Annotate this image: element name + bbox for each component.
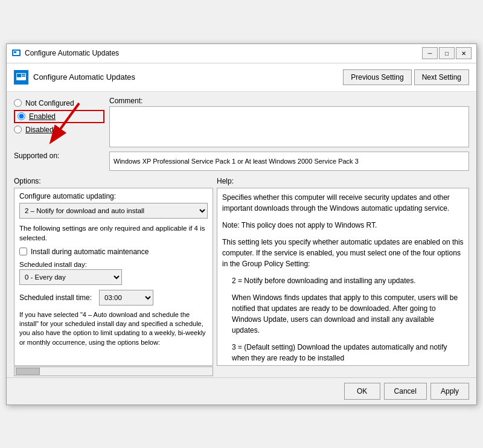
options-pane: Configure automatic updating: 2 – Notify… [14, 188, 213, 376]
options-pane-label: Options: [14, 177, 213, 185]
window-icon [11, 48, 21, 58]
help-pane-label: Help: [217, 177, 469, 185]
apply-button[interactable]: Apply [430, 383, 469, 400]
help-label: Help: [217, 177, 234, 185]
scheduled-time-label: Scheduled install time: [19, 293, 92, 302]
support-area: Supported on: Windows XP Professional Se… [7, 152, 476, 173]
install-maintenance-label: Install during automatic maintenance [31, 248, 149, 256]
minimize-button[interactable]: ─ [422, 47, 438, 59]
support-value: Windows XP Professional Service Pack 1 o… [109, 152, 469, 171]
checkbox-row: Install during automatic maintenance [19, 248, 208, 256]
update-mode-select[interactable]: 2 – Notify for download and auto install… [19, 203, 208, 219]
comment-column: Comment: [109, 97, 469, 149]
options-scroll-thumb[interactable] [16, 368, 40, 375]
svg-rect-7 [22, 75, 25, 77]
time-inline-row: Scheduled install time: 00:00 01:00 02:0… [19, 290, 208, 306]
title-bar: Configure Automatic Updates ─ □ ✕ [7, 44, 476, 63]
prev-setting-button[interactable]: Previous Setting [343, 69, 411, 85]
help-p3: This setting lets you specify whether au… [222, 237, 464, 269]
scheduled-day-label: Scheduled install day: [19, 261, 208, 268]
note-text: The following settings are only required… [19, 223, 208, 243]
help-p1: Specifies whether this computer will rec… [222, 192, 464, 214]
help-p2: Note: This policy does not apply to Wind… [222, 220, 464, 231]
svg-line-9 [55, 103, 79, 136]
help-pane: Specifies whether this computer will rec… [217, 188, 469, 376]
help-p5: When Windows finds updates that apply to… [232, 292, 464, 336]
close-button[interactable]: ✕ [456, 47, 472, 59]
window-header: Configure Automatic Updates Previous Set… [7, 63, 476, 92]
red-arrow-icon [37, 100, 85, 150]
svg-rect-6 [22, 74, 25, 75]
install-maintenance-checkbox[interactable] [19, 248, 27, 255]
header-title: Configure Automatic Updates [33, 72, 343, 82]
ok-button[interactable]: OK [344, 383, 380, 400]
title-bar-controls: ─ □ ✕ [422, 47, 472, 59]
pane-labels: Options: Help: [7, 177, 476, 185]
header-buttons: Previous Setting Next Setting [343, 69, 469, 85]
options-horizontal-scrollbar[interactable] [14, 366, 213, 376]
header-icon [14, 70, 28, 85]
scheduled-time-select[interactable]: 00:00 01:00 02:00 03:00 04:00 [99, 290, 153, 306]
help-inner[interactable]: Specifies whether this computer will rec… [217, 188, 469, 366]
disabled-radio[interactable] [14, 126, 22, 133]
help-p4: 2 = Notify before downloading and instal… [232, 275, 464, 286]
support-label: Supported on: [14, 152, 104, 160]
bottom-bar: OK Cancel Apply [7, 377, 476, 405]
not-configured-radio[interactable] [14, 99, 22, 107]
comment-textarea[interactable] [109, 106, 469, 147]
svg-rect-2 [14, 51, 16, 53]
cancel-button[interactable]: Cancel [384, 383, 427, 400]
enabled-radio[interactable] [18, 112, 25, 120]
options-label: Options: [14, 177, 41, 185]
scheduled-day-select[interactable]: 0 - Every day 1 - Sunday 2 - Monday 3 - … [19, 269, 122, 285]
time-field-row: Scheduled install time: 00:00 01:00 02:0… [19, 290, 208, 306]
svg-rect-5 [17, 74, 21, 77]
day-field-row: Scheduled install day: 0 - Every day 1 -… [19, 261, 208, 285]
options-inner[interactable]: Configure automatic updating: 2 – Notify… [14, 188, 213, 366]
extra-text: If you have selected "4 – Auto download … [19, 310, 208, 348]
help-p6: 3 = (Default setting) Download the updat… [232, 342, 464, 363]
panes-row: Configure automatic updating: 2 – Notify… [7, 187, 476, 377]
comment-label: Comment: [109, 97, 469, 105]
next-setting-button[interactable]: Next Setting [414, 69, 469, 85]
main-window: Configure Automatic Updates ─ □ ✕ Config… [6, 43, 477, 405]
maximize-button[interactable]: □ [439, 47, 455, 59]
configure-label: Configure automatic updating: [19, 192, 208, 200]
title-bar-text: Configure Automatic Updates [25, 49, 422, 57]
